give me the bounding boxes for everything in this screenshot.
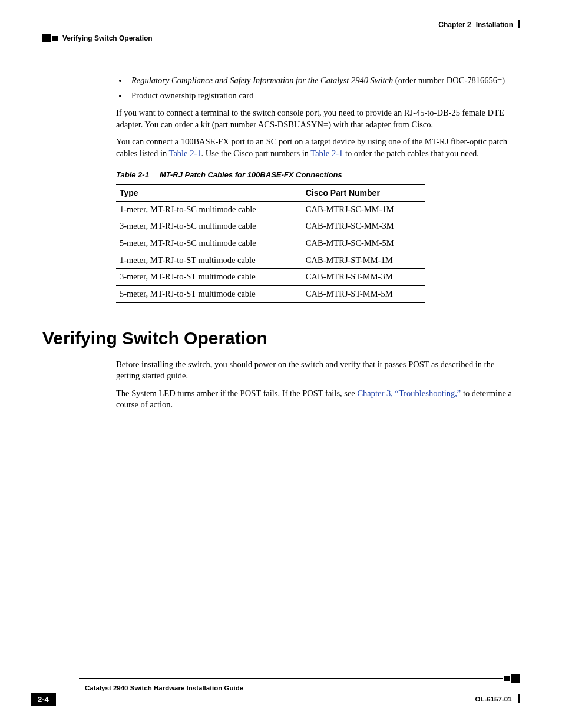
- table-header-cell: Type: [116, 185, 302, 201]
- table-title: MT-RJ Patch Cables for 100BASE-FX Connec…: [160, 170, 342, 179]
- chapter-label: Chapter 2: [438, 21, 471, 29]
- table-cell: CAB-MTRJ-ST-MM-3M: [302, 269, 425, 286]
- page-footer: Catalyst 2940 Switch Hardware Installati…: [0, 674, 562, 706]
- table-cell: 5-meter, MT-RJ-to-ST multimode cable: [116, 285, 302, 302]
- table-cell: 5-meter, MT-RJ-to-SC multimode cable: [116, 235, 302, 252]
- page: Chapter 2 Installation Verifying Switch …: [0, 0, 562, 728]
- cross-reference-link[interactable]: Chapter 3, “Troubleshooting,”: [357, 388, 461, 398]
- text-run: to order the patch cables that you need.: [343, 149, 479, 158]
- table-cell: CAB-MTRJ-SC-MM-1M: [302, 201, 425, 218]
- table-cell: CAB-MTRJ-ST-MM-5M: [302, 285, 425, 302]
- header-marker-icon: [42, 34, 58, 42]
- list-item-plain: (order number DOC-7816656=): [395, 75, 505, 85]
- footer-marker-icon: [503, 674, 520, 683]
- paragraph: You can connect a 100BASE-FX port to an …: [116, 136, 520, 159]
- running-header-left: Verifying Switch Operation: [42, 34, 520, 42]
- body-content: Regulatory Compliance and Safety Informa…: [42, 75, 520, 411]
- footer-rule: [79, 678, 503, 679]
- cross-reference-link[interactable]: Table 2-1: [310, 149, 343, 158]
- svg-rect-1: [52, 36, 58, 41]
- data-table: Type Cisco Part Number 1-meter, MT-RJ-to…: [116, 184, 425, 303]
- footer-docnum-wrap: OL-6157-01: [475, 693, 520, 704]
- table-row: 3-meter, MT-RJ-to-ST multimode cable CAB…: [116, 269, 425, 286]
- footer-bar-icon: [518, 694, 520, 703]
- list-item: Product ownership registration card: [128, 90, 520, 102]
- table-row: 1-meter, MT-RJ-to-ST multimode cable CAB…: [116, 252, 425, 269]
- header-bar-icon: [518, 20, 520, 28]
- table-cell: 1-meter, MT-RJ-to-ST multimode cable: [116, 252, 302, 269]
- chapter-title: Installation: [476, 21, 513, 29]
- running-section-title: Verifying Switch Operation: [62, 34, 153, 42]
- cross-reference-link[interactable]: Table 2-1: [169, 149, 201, 158]
- list-item-plain: Product ownership registration card: [131, 91, 253, 100]
- running-header-right: Chapter 2 Installation: [42, 21, 520, 29]
- table-row: 5-meter, MT-RJ-to-ST multimode cable CAB…: [116, 285, 425, 302]
- footer-row: 2-4 OL-6157-01: [42, 693, 520, 706]
- table-cell: CAB-MTRJ-SC-MM-3M: [302, 218, 425, 235]
- table-cell: CAB-MTRJ-SC-MM-5M: [302, 235, 425, 252]
- table-header-cell: Cisco Part Number: [302, 185, 425, 201]
- paragraph: Before installing the switch, you should…: [116, 359, 520, 382]
- svg-rect-0: [42, 34, 51, 42]
- paragraph: The System LED turns amber if the POST f…: [116, 388, 520, 411]
- table-row: 5-meter, MT-RJ-to-SC multimode cable CAB…: [116, 235, 425, 252]
- footer-book-title: Catalyst 2940 Switch Hardware Installati…: [85, 684, 520, 691]
- list-item: Regulatory Compliance and Safety Informa…: [128, 75, 520, 87]
- table-row: 1-meter, MT-RJ-to-SC multimode cable CAB…: [116, 201, 425, 218]
- document-number: OL-6157-01: [475, 696, 512, 703]
- paragraph: If you want to connect a terminal to the…: [116, 107, 520, 130]
- table-number: Table 2-1: [116, 170, 149, 179]
- table-cell: 3-meter, MT-RJ-to-ST multimode cable: [116, 269, 302, 286]
- svg-rect-3: [511, 674, 520, 683]
- list-item-italic: Regulatory Compliance and Safety Informa…: [131, 75, 393, 85]
- table-row: 3-meter, MT-RJ-to-SC multimode cable CAB…: [116, 218, 425, 235]
- section-heading: Verifying Switch Operation: [42, 327, 520, 351]
- text-run: . Use the Cisco part numbers in: [201, 149, 311, 158]
- footer-rule-wrap: [79, 674, 520, 683]
- table-cell: CAB-MTRJ-ST-MM-1M: [302, 252, 425, 269]
- page-number-badge: 2-4: [31, 693, 56, 706]
- text-run: The System LED turns amber if the POST f…: [116, 388, 357, 398]
- table-cell: 3-meter, MT-RJ-to-SC multimode cable: [116, 218, 302, 235]
- table-caption: Table 2-1MT-RJ Patch Cables for 100BASE-…: [116, 170, 520, 180]
- table-cell: 1-meter, MT-RJ-to-SC multimode cable: [116, 201, 302, 218]
- bullet-list: Regulatory Compliance and Safety Informa…: [116, 75, 520, 101]
- svg-rect-2: [504, 676, 510, 681]
- table-header-row: Type Cisco Part Number: [116, 185, 425, 201]
